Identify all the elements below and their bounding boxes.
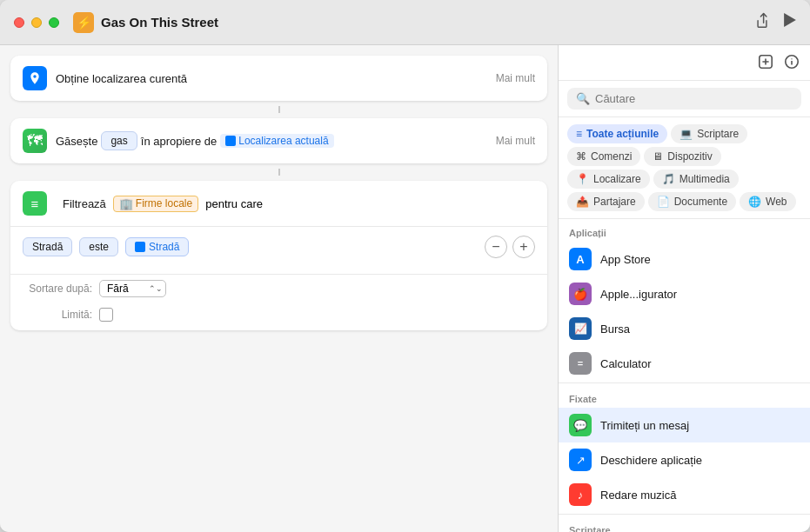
cat-dispozitiv-icon: 🖥 xyxy=(653,150,663,163)
minimize-button[interactable] xyxy=(31,17,42,28)
filter-pentru-care: pentru care xyxy=(205,197,263,210)
cat-localizare-label: Localizare xyxy=(593,173,641,185)
list-item-deschidere-aplicatie[interactable]: ↗ Deschidere aplicație xyxy=(559,442,810,477)
search-icon: 🔍 xyxy=(576,92,590,105)
cat-comenzi-label: Comenzi xyxy=(591,150,632,163)
search-input[interactable] xyxy=(595,92,793,105)
cat-toate-actiunile[interactable]: ≡ Toate acțiunile xyxy=(567,124,667,143)
cat-localizare-icon: 📍 xyxy=(576,173,589,185)
run-button[interactable] xyxy=(784,13,796,31)
deschidere-aplicatie-icon: ↗ xyxy=(569,449,592,471)
bursa-label: Bursa xyxy=(600,323,630,336)
deschidere-aplicatie-label: Deschidere aplicație xyxy=(600,454,702,467)
cat-toate-icon: ≡ xyxy=(576,128,582,140)
main-window: ⚡ Gas On This Street xyxy=(0,0,810,532)
add-action-button[interactable] xyxy=(758,54,773,73)
filter-icon: ≡ xyxy=(23,191,47,216)
list-item-trimiteti-mesaj[interactable]: 💬 Trimiteți un mesaj xyxy=(559,408,810,442)
cat-web-label: Web xyxy=(766,196,787,208)
list-item-bursa[interactable]: 📈 Bursa xyxy=(559,311,810,346)
find-gas-row: 🗺 Găsește gas în apropiere de Localizare… xyxy=(10,118,547,163)
categories-row: ≡ Toate acțiunile 💻 Scriptare ⌘ Comenzi … xyxy=(559,117,810,219)
svg-point-7 xyxy=(791,58,792,59)
redare-muzica-label: Redare muzică xyxy=(600,489,676,502)
app-icon: ⚡ xyxy=(73,12,94,33)
sort-select-wrapper: Fără Alfabetic Distanță xyxy=(99,280,166,297)
apple-igurator-icon: 🍎 xyxy=(569,283,592,305)
cat-multimedia-label: Multimedia xyxy=(679,173,730,185)
window-title: Gas On This Street xyxy=(101,15,218,30)
bursa-icon: 📈 xyxy=(569,317,592,340)
firme-badge[interactable]: 🏢 Firme locale xyxy=(113,196,198,212)
cat-localizare[interactable]: 📍 Localizare xyxy=(567,170,650,189)
limit-row: Limită: xyxy=(10,303,547,330)
get-location-row: Obține localizarea curentă Mai mult xyxy=(10,56,547,101)
sort-label: Sortare după: xyxy=(23,283,92,295)
remove-condition-button[interactable]: − xyxy=(485,236,507,258)
limit-checkbox[interactable] xyxy=(99,308,113,322)
add-condition-button[interactable]: + xyxy=(512,236,535,258)
find-gas-label2: în apropiere de xyxy=(141,135,217,148)
cat-web[interactable]: 🌐 Web xyxy=(740,192,795,211)
section-aplicatii: Aplicații xyxy=(559,219,810,242)
find-gas-icon: 🗺 xyxy=(23,129,47,153)
calculator-icon: = xyxy=(569,352,592,375)
find-gas-card: 🗺 Găsește gas în apropiere de Localizare… xyxy=(10,118,547,163)
cat-documente[interactable]: 📄 Documente xyxy=(648,192,736,211)
cat-documente-label: Documente xyxy=(674,196,727,208)
get-location-text: Obține localizarea curentă xyxy=(56,72,496,85)
share-button[interactable] xyxy=(754,12,770,32)
cat-partajare[interactable]: 📤 Partajare xyxy=(567,192,645,211)
find-gas-location[interactable]: Localizarea actuală xyxy=(220,134,333,148)
cat-scriptare-icon: 💻 xyxy=(679,128,693,140)
left-panel: Obține localizarea curentă Mai mult 🗺 Gă… xyxy=(0,45,558,532)
connector-1 xyxy=(10,106,547,113)
cat-web-icon: 🌐 xyxy=(748,196,761,208)
filter-card: ≡ Filtrează 🏢 Firme locale pentru care S… xyxy=(10,181,547,330)
cat-multimedia[interactable]: 🎵 Multimedia xyxy=(653,170,739,189)
limit-label: Limită: xyxy=(23,309,92,321)
sort-select[interactable]: Fără Alfabetic Distanță xyxy=(99,280,166,297)
find-gas-more[interactable]: Mai mult xyxy=(496,135,535,147)
close-button[interactable] xyxy=(14,17,24,28)
cat-multimedia-icon: 🎵 xyxy=(662,173,675,185)
location-mini-icon xyxy=(225,136,236,146)
cond-strada-label[interactable]: Stradă xyxy=(23,237,72,256)
cat-documente-icon: 📄 xyxy=(657,196,670,208)
trimiteti-mesaj-icon: 💬 xyxy=(569,414,592,436)
filter-label: Filtrează xyxy=(63,197,106,210)
cat-scriptare[interactable]: 💻 Scriptare xyxy=(671,124,747,143)
list-item-calculator[interactable]: = Calculator xyxy=(559,346,810,381)
traffic-lights xyxy=(14,17,59,28)
find-gas-keyword[interactable]: gas xyxy=(101,131,137,150)
connector-2 xyxy=(10,169,547,176)
info-button[interactable] xyxy=(784,54,800,73)
get-location-more[interactable]: Mai mult xyxy=(496,72,535,84)
right-panel: 🔍 ≡ Toate acțiunile 💻 Scriptare ⌘ Comenz… xyxy=(558,45,810,532)
right-list: Aplicații A App Store 🍎 Apple...igurator… xyxy=(559,219,810,532)
section-scriptare: Scriptare xyxy=(559,516,810,532)
cat-scriptare-label: Scriptare xyxy=(697,128,739,140)
titlebar: ⚡ Gas On This Street xyxy=(0,0,810,45)
find-gas-label1: Găsește xyxy=(56,135,97,148)
cond-este[interactable]: este xyxy=(79,237,118,256)
list-item-apple-igurator[interactable]: 🍎 Apple...igurator xyxy=(559,276,810,311)
cat-dispozitiv[interactable]: 🖥 Dispozitiv xyxy=(644,147,720,166)
calculator-label: Calculator xyxy=(600,357,652,370)
list-item-redare-muzica[interactable]: ♪ Redare muzică xyxy=(559,477,810,512)
cond-strada-value[interactable]: Stradă xyxy=(125,237,189,256)
sort-row: Sortare după: Fără Alfabetic Distanță xyxy=(10,274,547,303)
apple-igurator-label: Apple...igurator xyxy=(600,288,677,301)
condition-row-1: Stradă este Stradă − + xyxy=(23,236,535,258)
section-fixate: Fixate xyxy=(559,385,810,408)
app-store-icon: A xyxy=(569,248,592,270)
search-bar: 🔍 xyxy=(559,81,810,117)
cat-dispozitiv-label: Dispozitiv xyxy=(667,150,712,163)
firme-icon: 🏢 xyxy=(119,197,133,210)
cat-toate-label: Toate acțiunile xyxy=(586,128,659,140)
main-content: Obține localizarea curentă Mai mult 🗺 Gă… xyxy=(0,45,810,532)
search-input-wrapper: 🔍 xyxy=(567,88,801,110)
maximize-button[interactable] xyxy=(49,17,59,28)
cat-comenzi[interactable]: ⌘ Comenzi xyxy=(567,147,640,166)
list-item-app-store[interactable]: A App Store xyxy=(559,242,810,276)
